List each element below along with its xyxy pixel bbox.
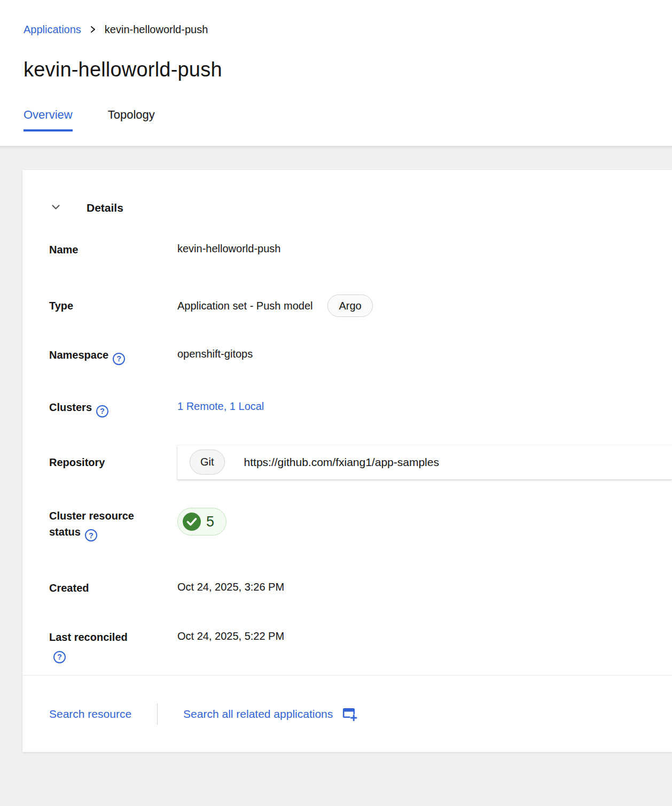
page-header: Applications kevin-helloworld-push kevin… <box>0 0 672 146</box>
search-all-related-label: Search all related applications <box>183 708 333 720</box>
detail-label-clusters: Clusters <box>49 399 143 417</box>
card-footer: Search resource Search all related appli… <box>22 675 672 752</box>
detail-value-cluster-resource-status: 5 <box>177 508 226 536</box>
breadcrumb-link-applications[interactable]: Applications <box>24 22 81 36</box>
detail-label-cluster-resource-status: Cluster resource status <box>49 508 143 542</box>
detail-label-repository: Repository <box>49 454 143 470</box>
tab-topology[interactable]: Topology <box>108 108 155 131</box>
repository-url: https://github.com/fxiang1/app-samples <box>244 456 439 469</box>
detail-value-type-wrap: Application set - Push model Argo <box>177 294 373 317</box>
check-circle-icon <box>183 513 201 531</box>
details-expand-toggle[interactable] <box>49 201 62 214</box>
details-section-header: Details <box>49 201 672 215</box>
detail-label-namespace-text: Namespace <box>49 349 108 361</box>
application-overview-page: Applications kevin-helloworld-push kevin… <box>0 0 672 806</box>
footer-divider <box>157 703 158 725</box>
question-circle-icon[interactable] <box>85 529 97 541</box>
detail-row-clusters: Clusters 1 Remote, 1 Local <box>49 399 672 417</box>
detail-value-created: Oct 24, 2025, 3:26 PM <box>177 580 284 594</box>
detail-label-last-reconciled: Last reconciled <box>49 629 143 663</box>
details-heading: Details <box>87 201 123 215</box>
detail-label-name: Name <box>49 242 143 258</box>
argo-badge: Argo <box>327 294 372 317</box>
details-card-body: Details Name kevin-helloworld-push Type … <box>22 170 672 663</box>
search-all-related-link[interactable]: Search all related applications <box>183 707 357 722</box>
detail-value-namespace: openshift-gitops <box>177 347 253 361</box>
detail-row-namespace: Namespace openshift-gitops <box>49 347 672 365</box>
detail-value-clusters: 1 Remote, 1 Local <box>177 399 264 413</box>
status-count: 5 <box>206 515 214 529</box>
question-circle-icon[interactable] <box>53 651 66 663</box>
tab-bar: Overview Topology <box>24 108 648 131</box>
detail-row-created: Created Oct 24, 2025, 3:26 PM <box>49 580 672 596</box>
detail-row-last-reconciled: Last reconciled Oct 24, 2025, 5:22 PM <box>49 629 672 663</box>
detail-value-type: Application set - Push model <box>177 299 312 313</box>
content-area: Details Name kevin-helloworld-push Type … <box>0 146 672 806</box>
detail-label-created: Created <box>49 580 143 596</box>
status-badge[interactable]: 5 <box>177 508 226 536</box>
detail-value-last-reconciled: Oct 24, 2025, 5:22 PM <box>177 629 284 643</box>
detail-label-type: Type <box>49 299 143 313</box>
detail-row-repository: Repository Git https://github.com/fxiang… <box>49 445 672 479</box>
clusters-link[interactable]: 1 Remote, 1 Local <box>177 400 264 412</box>
detail-label-namespace: Namespace <box>49 347 143 365</box>
detail-label-clusters-text: Clusters <box>49 401 92 413</box>
detail-label-last-reconciled-text: Last reconciled <box>49 631 128 643</box>
details-card: Details Name kevin-helloworld-push Type … <box>22 170 672 752</box>
detail-row-type: Type Application set - Push model Argo <box>49 294 672 317</box>
detail-value-name: kevin-helloworld-push <box>177 242 280 255</box>
chevron-down-icon <box>51 202 61 214</box>
detail-row-name: Name kevin-helloworld-push <box>49 242 672 258</box>
window-plus-icon <box>342 707 357 722</box>
search-resource-link[interactable]: Search resource <box>49 708 131 720</box>
detail-row-cluster-resource-status: Cluster resource status 5 <box>49 508 672 542</box>
chevron-right-icon <box>90 26 96 33</box>
breadcrumb: Applications kevin-helloworld-push <box>24 22 648 36</box>
question-circle-icon[interactable] <box>96 405 108 417</box>
page-title: kevin-helloworld-push <box>24 56 648 83</box>
question-circle-icon[interactable] <box>113 353 125 365</box>
git-badge: Git <box>190 449 225 475</box>
repository-band: Git https://github.com/fxiang1/app-sampl… <box>177 445 672 479</box>
tab-overview[interactable]: Overview <box>24 108 73 131</box>
breadcrumb-current: kevin-helloworld-push <box>105 22 208 36</box>
